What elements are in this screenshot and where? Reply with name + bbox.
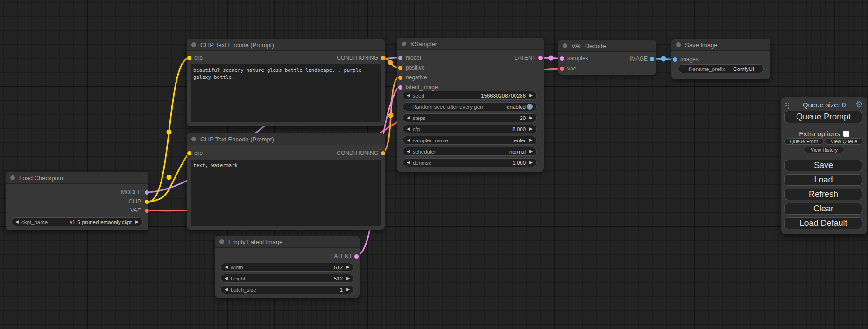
input-slot-samples[interactable] [560, 56, 564, 61]
clear-button[interactable]: Clear [784, 203, 862, 215]
node-empty-latent-image[interactable]: Empty Latent Image LATENT ◀ width 512 ▶ … [215, 236, 360, 298]
widget-ckpt-name[interactable]: ◀ ckpt_name v1-5-pruned-emaonly.ckpt ▶ [11, 217, 143, 226]
extra-options-checkbox[interactable] [843, 131, 849, 137]
decrement-arrow-icon[interactable]: ◀ [407, 93, 410, 98]
node-title: Load Checkpoint [19, 175, 65, 182]
widget-filename-prefix[interactable]: filename_prefix ComfyUI [678, 64, 764, 73]
node-title-bar[interactable]: CLIP Text Encode (Prompt) [187, 133, 385, 145]
node-clip-text-encode-positive[interactable]: CLIP Text Encode (Prompt) clip CONDITION… [187, 39, 385, 126]
random-seed-toggle[interactable] [527, 104, 533, 110]
queue-prompt-button[interactable]: Queue Prompt [784, 111, 862, 123]
save-button[interactable]: Save [784, 160, 862, 171]
node-title-bar[interactable]: Load Checkpoint [6, 172, 148, 184]
output-slot-latent[interactable] [354, 254, 359, 259]
widget-scheduler[interactable]: ◀ scheduler normal ▶ [402, 147, 537, 156]
decrement-arrow-icon[interactable]: ◀ [225, 265, 228, 269]
node-collapse-dot[interactable] [10, 175, 15, 180]
widget-value: 512 [334, 276, 343, 281]
node-collapse-dot[interactable] [219, 239, 224, 244]
decrement-arrow-icon[interactable]: ◀ [407, 149, 410, 154]
input-slot-negative[interactable] [398, 76, 402, 80]
load-button[interactable]: Load [784, 174, 862, 186]
node-vae-decode[interactable]: VAE Decode samples vae IMAGE [558, 40, 656, 75]
increment-arrow-icon[interactable]: ▶ [346, 276, 350, 280]
input-label-vae: vae [567, 65, 576, 72]
node-title-bar[interactable]: Empty Latent Image [215, 236, 360, 248]
input-slot-latent-image[interactable] [398, 85, 402, 90]
node-title-bar[interactable]: Save Image [671, 39, 770, 51]
widget-batch-size[interactable]: ◀ batch_size 1 ▶ [220, 285, 354, 294]
increment-arrow-icon[interactable]: ▶ [529, 161, 533, 165]
widget-label: denoise [413, 160, 431, 166]
widget-height[interactable]: ◀ height 512 ▶ [220, 274, 354, 283]
graph-canvas[interactable]: Load Checkpoint MODEL CLIP VAE ◀ ckpt_na… [0, 0, 868, 329]
output-label-clip: CLIP [128, 198, 141, 205]
view-queue-button[interactable]: View Queue [826, 138, 862, 145]
output-slot-conditioning[interactable] [381, 56, 385, 60]
output-label-image: IMAGE [629, 56, 648, 62]
increment-arrow-icon[interactable]: ▶ [346, 265, 350, 269]
input-slot-clip[interactable] [187, 56, 191, 60]
output-slot-model[interactable] [145, 190, 149, 195]
widget-random-seed[interactable]: Random seed after every gen enabled [402, 102, 537, 111]
widget-sampler-name[interactable]: ◀ sampler_name euler ▶ [402, 136, 537, 145]
input-slot-images[interactable] [673, 57, 677, 62]
output-slot-clip[interactable] [145, 200, 149, 204]
output-slot-latent[interactable] [538, 56, 543, 60]
node-collapse-dot[interactable] [563, 43, 567, 48]
node-ksampler[interactable]: KSampler model positive negative latent_… [397, 38, 544, 172]
node-collapse-dot[interactable] [191, 137, 196, 141]
increment-arrow-icon[interactable]: ▶ [529, 149, 533, 154]
node-collapse-dot[interactable] [676, 42, 681, 47]
extra-options-row: Extra options [781, 130, 867, 138]
increment-arrow-icon[interactable]: ▶ [529, 116, 533, 120]
widget-width[interactable]: ◀ width 512 ▶ [220, 263, 354, 272]
settings-gear-icon[interactable]: ⚙ [855, 99, 863, 110]
node-title-bar[interactable]: VAE Decode [558, 40, 656, 52]
load-default-button[interactable]: Load Default [784, 217, 862, 229]
widget-value: 512 [334, 265, 343, 270]
widget-value: normal [509, 149, 526, 154]
queue-front-button[interactable]: Queue Front [784, 138, 824, 145]
decrement-arrow-icon[interactable]: ◀ [407, 116, 410, 120]
input-slot-clip[interactable] [187, 151, 191, 155]
increment-arrow-icon[interactable]: ▶ [346, 287, 350, 292]
decrement-arrow-icon[interactable]: ◀ [15, 220, 19, 224]
node-save-image[interactable]: Save Image images filename_prefix ComfyU… [671, 39, 770, 79]
negative-prompt-textarea[interactable]: text, watermark [191, 160, 381, 226]
widget-seed[interactable]: ◀ seed 156680208700286 ▶ [402, 91, 537, 100]
node-clip-text-encode-negative[interactable]: CLIP Text Encode (Prompt) clip CONDITION… [187, 133, 385, 230]
positive-prompt-textarea[interactable]: beautiful scenery nature glass bottle la… [191, 64, 381, 122]
decrement-arrow-icon[interactable]: ◀ [225, 287, 228, 292]
decrement-arrow-icon[interactable]: ◀ [225, 276, 228, 280]
increment-arrow-icon[interactable]: ▶ [529, 127, 533, 131]
node-collapse-dot[interactable] [402, 42, 406, 46]
widget-label: batch_size [231, 287, 256, 293]
node-title-bar[interactable]: CLIP Text Encode (Prompt) [187, 39, 385, 51]
increment-arrow-icon[interactable]: ▶ [529, 93, 533, 98]
widget-steps[interactable]: ◀ steps 20 ▶ [402, 113, 537, 122]
output-slot-vae[interactable] [145, 209, 149, 213]
view-history-button[interactable]: View History [804, 147, 844, 153]
node-load-checkpoint[interactable]: Load Checkpoint MODEL CLIP VAE ◀ ckpt_na… [6, 172, 148, 230]
increment-arrow-icon[interactable]: ▶ [135, 220, 139, 224]
widget-denoise[interactable]: ◀ denoise 1.000 ▶ [402, 158, 537, 167]
node-collapse-dot[interactable] [191, 42, 196, 47]
decrement-arrow-icon[interactable]: ◀ [407, 127, 410, 131]
refresh-button[interactable]: Refresh [784, 189, 862, 200]
output-slot-image[interactable] [650, 57, 654, 61]
input-label-latent-image: latent_image [406, 84, 438, 91]
widget-label: Random seed after every gen [412, 104, 483, 110]
input-slot-positive[interactable] [398, 66, 402, 70]
widget-cfg[interactable]: ◀ cfg 8.000 ▶ [402, 125, 537, 133]
decrement-arrow-icon[interactable]: ◀ [407, 138, 410, 142]
input-slot-vae[interactable] [560, 67, 564, 71]
decrement-arrow-icon[interactable]: ◀ [407, 161, 410, 165]
increment-arrow-icon[interactable]: ▶ [529, 138, 533, 142]
widget-label: scheduler [413, 149, 436, 154]
output-slot-conditioning[interactable] [381, 151, 385, 155]
input-label-negative: negative [406, 74, 427, 81]
input-label-samples: samples [567, 55, 588, 62]
input-slot-model[interactable] [398, 56, 402, 60]
node-title-bar[interactable]: KSampler [397, 38, 544, 50]
